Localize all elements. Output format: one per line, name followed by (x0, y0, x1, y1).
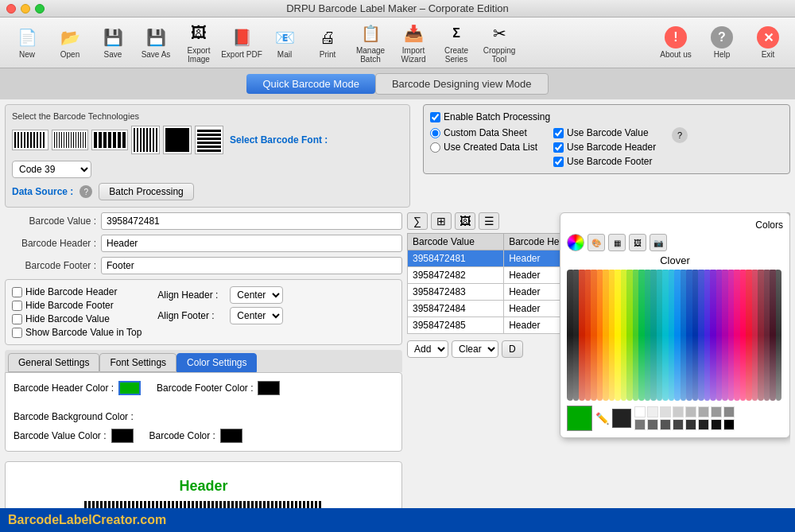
mini-swatch[interactable] (673, 419, 684, 430)
barcode-sample-3[interactable] (91, 130, 128, 150)
designing-mode-tab[interactable]: Barcode Designing view Mode (375, 73, 549, 95)
enable-batch-checkbox[interactable]: Enable Batch Processing (430, 111, 783, 122)
hide-value-checkbox[interactable]: Hide Barcode Value (12, 313, 142, 324)
crayon-stick[interactable] (692, 270, 699, 401)
mini-swatch[interactable] (685, 419, 696, 430)
crayon-stick[interactable] (609, 270, 615, 401)
manage-batch-button[interactable]: 📋 Manage Batch (350, 21, 391, 65)
crayon-stick[interactable] (746, 270, 752, 401)
crayon-stick[interactable] (650, 270, 657, 401)
hide-footer-checkbox[interactable]: Hide Barcode Footer (12, 300, 142, 311)
mini-swatch[interactable] (660, 406, 671, 417)
crayon-stick[interactable] (645, 270, 651, 401)
header-color-swatch[interactable] (118, 381, 141, 395)
crayon-stick[interactable] (734, 270, 740, 401)
crayon-stick[interactable] (674, 270, 681, 401)
crayon-stick[interactable] (740, 270, 747, 401)
crayon-stick[interactable] (657, 270, 663, 401)
black-color-swatch[interactable] (612, 409, 631, 428)
data-source-help-icon[interactable]: ? (80, 185, 92, 198)
formula-tool-btn[interactable]: ∑ (407, 212, 428, 230)
print-button[interactable]: 🖨 Print (307, 21, 348, 65)
crayon-stick[interactable] (698, 270, 704, 401)
import-wizard-button[interactable]: 📥 Import Wizard (393, 21, 434, 65)
export-pdf-button[interactable]: 📕 Export PDF (221, 21, 262, 65)
crayon-stick[interactable] (603, 270, 609, 401)
crayon-stick[interactable] (764, 270, 770, 401)
palette-btn-2[interactable]: ▦ (608, 234, 626, 251)
crayon-stick[interactable] (573, 270, 580, 401)
mini-swatch[interactable] (711, 406, 722, 417)
mini-swatch[interactable] (723, 406, 735, 417)
crayon-stick[interactable] (621, 270, 627, 401)
new-button[interactable]: 📄 New (6, 21, 48, 65)
crayon-stick[interactable] (710, 270, 716, 401)
mini-swatch[interactable] (685, 406, 696, 417)
value-color-swatch[interactable] (111, 429, 134, 443)
barcode-footer-input[interactable] (101, 257, 402, 274)
mini-swatch[interactable] (634, 406, 646, 417)
footer-color-swatch[interactable] (258, 381, 280, 395)
minimize-button[interactable] (21, 4, 30, 14)
delete-action-button[interactable]: D (502, 340, 523, 358)
create-series-button[interactable]: Σ Create Series (436, 21, 477, 65)
barcode-sample-2[interactable] (52, 130, 88, 150)
mini-swatch[interactable] (673, 406, 684, 417)
color-wheel-btn[interactable] (567, 234, 584, 251)
crayon-stick[interactable] (615, 270, 621, 401)
close-button[interactable] (6, 4, 16, 14)
show-top-checkbox[interactable]: Show Barcode Value in Top (12, 327, 142, 338)
pencil-icon[interactable]: ✏️ (595, 412, 609, 425)
quick-mode-tab[interactable]: Quick Barcode Mode (246, 74, 374, 94)
mini-swatch[interactable] (711, 419, 722, 430)
mini-swatch[interactable] (698, 406, 709, 417)
crayon-stick[interactable] (758, 270, 764, 401)
about-us-button[interactable]: ! About us (655, 21, 696, 65)
crayon-stick[interactable] (681, 270, 687, 401)
tab-font[interactable]: Font Settings (99, 353, 176, 372)
palette-btn-4[interactable]: 📷 (650, 234, 667, 251)
mini-swatch[interactable] (647, 419, 658, 430)
barcode-sample-6[interactable] (195, 126, 223, 154)
align-footer-select[interactable]: CenterLeftRight (230, 307, 283, 324)
crayon-stick[interactable] (752, 270, 758, 401)
crayon-stick[interactable] (567, 270, 573, 401)
crayon-stick[interactable] (728, 270, 735, 401)
save-button[interactable]: 💾 Save (92, 21, 134, 65)
enable-batch-input[interactable] (430, 112, 440, 122)
crayon-stick[interactable] (669, 270, 675, 401)
mini-swatch[interactable] (660, 419, 671, 430)
tab-general[interactable]: General Settings (8, 353, 99, 372)
use-created-list-radio[interactable]: Use Created Data List (430, 142, 537, 153)
palette-btn-3[interactable]: 🖼 (629, 234, 646, 251)
crayon-stick[interactable] (585, 270, 591, 401)
cropping-tool-button[interactable]: ✂ Cropping Tool (479, 21, 520, 65)
crayon-stick[interactable] (776, 270, 782, 401)
mail-button[interactable]: 📧 Mail (264, 21, 305, 65)
crayon-stick[interactable] (579, 270, 585, 401)
use-barcode-footer-checkbox[interactable]: Use Barcode Footer (553, 156, 656, 167)
img-tool-btn[interactable]: 🖼 (455, 212, 475, 230)
crayon-stick[interactable] (626, 270, 633, 401)
align-header-select[interactable]: CenterLeftRight (230, 286, 283, 304)
mini-swatch[interactable] (647, 406, 658, 417)
use-barcode-value-checkbox[interactable]: Use Barcode Value (553, 127, 656, 138)
maximize-button[interactable] (35, 4, 45, 14)
open-button[interactable]: 📂 Open (49, 21, 91, 65)
exit-button[interactable]: ✕ Exit (747, 21, 789, 65)
grid-tool-btn[interactable]: ⊞ (431, 212, 452, 230)
help-button-batch[interactable]: ? (672, 127, 688, 167)
save-as-button[interactable]: 💾 Save As (135, 21, 176, 65)
add-action-select[interactable]: Add (407, 340, 448, 358)
crayon-stick[interactable] (716, 270, 723, 401)
barcode-value-input[interactable] (101, 212, 402, 230)
hide-header-checkbox[interactable]: Hide Barcode Header (12, 286, 142, 297)
mini-swatch[interactable] (698, 419, 709, 430)
custom-data-sheet-radio[interactable]: Custom Data Sheet (430, 127, 537, 138)
mini-swatch[interactable] (634, 419, 646, 430)
selected-color-swatch[interactable] (567, 406, 592, 431)
crayon-stick[interactable] (591, 270, 597, 401)
crayon-stick[interactable] (704, 270, 711, 401)
barcode-color-swatch[interactable] (220, 429, 242, 443)
tab-color[interactable]: Color Settings (176, 353, 257, 372)
